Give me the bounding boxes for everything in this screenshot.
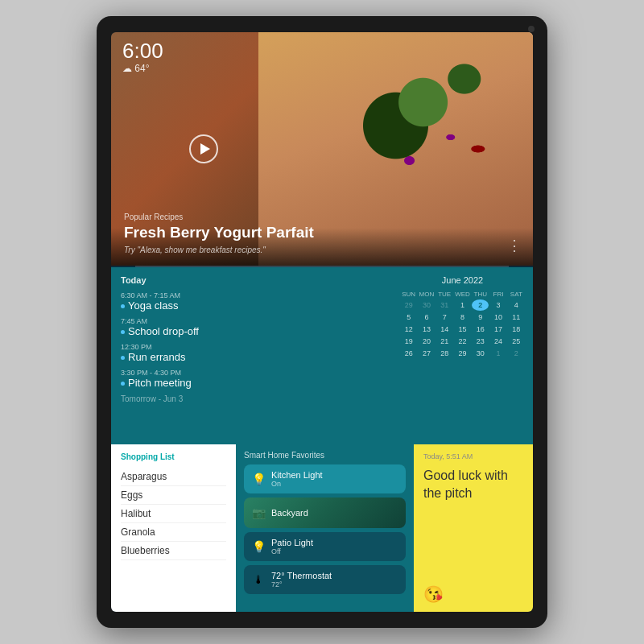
agenda-header: Today [121,275,382,285]
cal-day[interactable]: 25 [508,336,525,347]
devices-list: 💡Kitchen LightOn 📷 Backyard💡Patio LightO… [244,464,406,594]
device-status: On [271,480,323,488]
device-info: 72° Thermostat72° [271,571,332,588]
smarthome-title: Smart Home Favorites [244,451,406,460]
agenda-title-4: Pitch meeting [121,377,382,389]
shopping-list: AsparagusEggsHalibutGranolaBlueberries [121,468,226,560]
shopping-item: Blueberries [121,542,226,560]
shopping-item: Eggs [121,486,226,505]
cal-day-label: THU [472,290,489,299]
shopping-panel: Shopping List AsparagusEggsHalibutGranol… [111,444,236,612]
device-card-backyard[interactable]: 📷 Backyard [244,497,406,528]
agenda-item-4: 3:30 PM - 4:30 PM Pitch meeting [121,369,382,389]
cal-day[interactable]: 8 [454,312,471,323]
cal-day[interactable]: 10 [489,312,506,323]
cal-day[interactable]: 18 [508,324,525,335]
cal-day-label: SUN [400,290,417,299]
cal-day[interactable]: 31 [436,299,453,311]
agenda-item-1: 6:30 AM - 7:15 AM Yoga class [121,291,382,312]
cal-day[interactable]: 7 [436,312,453,323]
device-info: Patio LightOff [271,538,313,555]
bottom-section: Shopping List AsparagusEggsHalibutGranol… [111,444,533,612]
cal-day[interactable]: 4 [508,299,525,311]
device-icon: 🌡 [252,573,265,586]
note-panel: Today, 5:51 AM Good luck with the pitch … [414,444,533,612]
device-name: Backyard [271,508,308,518]
cal-day[interactable]: 14 [436,324,453,335]
cal-day[interactable]: 29 [400,299,417,311]
play-button[interactable] [189,134,218,163]
agenda-panel: Today 6:30 AM - 7:15 AM Yoga class 7:45 … [111,267,392,444]
device-info: Kitchen LightOn [271,470,323,488]
cal-day-label: SAT [508,290,525,299]
agenda-title-3: Run errands [121,351,382,363]
cal-day[interactable]: 28 [436,348,453,359]
calendar-panel: June 2022 SUNMONTUEWEDTHUFRISAT293031123… [392,267,533,444]
cal-day[interactable]: 9 [472,312,489,323]
device-status: Off [271,547,313,555]
agenda-title-1: Yoga class [121,299,382,312]
cal-day[interactable]: 3 [489,299,506,311]
cal-day[interactable]: 21 [436,336,453,347]
hero-title: Fresh Berry Yogurt Parfait [124,224,520,242]
note-text: Good luck with the pitch [423,467,523,580]
cal-day-label: WED [454,290,471,299]
device-name: Kitchen Light [271,470,323,480]
cal-day[interactable]: 22 [454,336,471,347]
cal-day[interactable]: 30 [472,348,489,359]
agenda-time-2: 7:45 AM [121,317,382,325]
shopping-item: Granola [121,523,226,542]
hero-time-weather: 6:00 ☁ 64° [122,40,163,74]
shopping-title: Shopping List [121,452,226,461]
cal-day[interactable]: 11 [508,312,525,323]
device-status: 72° [271,580,332,588]
cal-day-label: MON [418,290,435,299]
cal-day[interactable]: 13 [418,324,435,335]
cal-day[interactable]: 12 [400,324,417,335]
cal-day[interactable]: 26 [400,348,417,359]
current-time: 6:00 [122,40,163,61]
cal-day[interactable]: 17 [489,324,506,335]
hero-section: 6:00 ☁ 64° Popular Recipes Fresh Berry Y… [111,32,533,266]
camera-dot [528,26,535,32]
cal-day[interactable]: 24 [489,336,506,347]
screen: 6:00 ☁ 64° Popular Recipes Fresh Berry Y… [111,32,533,612]
agenda-item-3: 12:30 PM Run errands [121,343,382,363]
device-icon: 💡 [252,540,265,553]
device-card-kitchen-light[interactable]: 💡Kitchen LightOn [244,464,406,493]
cal-day[interactable]: 29 [454,348,471,359]
cal-day[interactable]: 19 [400,336,417,347]
cal-day[interactable]: 30 [418,299,435,311]
cal-day[interactable]: 23 [472,336,489,347]
weather-display: ☁ 64° [122,63,163,74]
shopping-item: Asparagus [121,468,226,486]
cal-day[interactable]: 2 [472,299,489,311]
device-icon: 💡 [252,473,265,485]
shopping-item: Halibut [121,505,226,523]
device-name: 72° Thermostat [271,571,332,580]
agenda-title-2: School drop-off [121,325,382,337]
cal-day[interactable]: 5 [400,312,417,323]
device-card-patio-light[interactable]: 💡Patio LightOff [244,532,406,561]
calendar-header: June 2022 [400,275,525,285]
tomorrow-label: Tomorrow - Jun 3 [121,394,382,403]
middle-section: Today 6:30 AM - 7:15 AM Yoga class 7:45 … [111,267,533,444]
agenda-time-4: 3:30 PM - 4:30 PM [121,369,382,377]
agenda-time-3: 12:30 PM [121,343,382,351]
cal-day[interactable]: 1 [454,299,471,311]
note-time: Today, 5:51 AM [423,452,523,460]
camera-bg [244,497,406,528]
hero-category: Popular Recipes [124,213,520,221]
hero-menu-icon[interactable]: ⋮ [507,237,522,254]
cal-day[interactable]: 1 [489,348,506,359]
cal-day[interactable]: 16 [472,324,489,335]
cal-day[interactable]: 20 [418,336,435,347]
cal-day-label: FRI [489,290,506,299]
calendar-grid: SUNMONTUEWEDTHUFRISAT2930311234567891011… [400,290,525,359]
cal-day[interactable]: 15 [454,324,471,335]
hero-subtitle: Try "Alexa, show me breakfast recipes." [124,246,520,254]
cal-day[interactable]: 27 [418,348,435,359]
cal-day[interactable]: 6 [418,312,435,323]
cal-day[interactable]: 2 [508,348,525,359]
device-card-thermostat[interactable]: 🌡72° Thermostat72° [244,565,406,594]
